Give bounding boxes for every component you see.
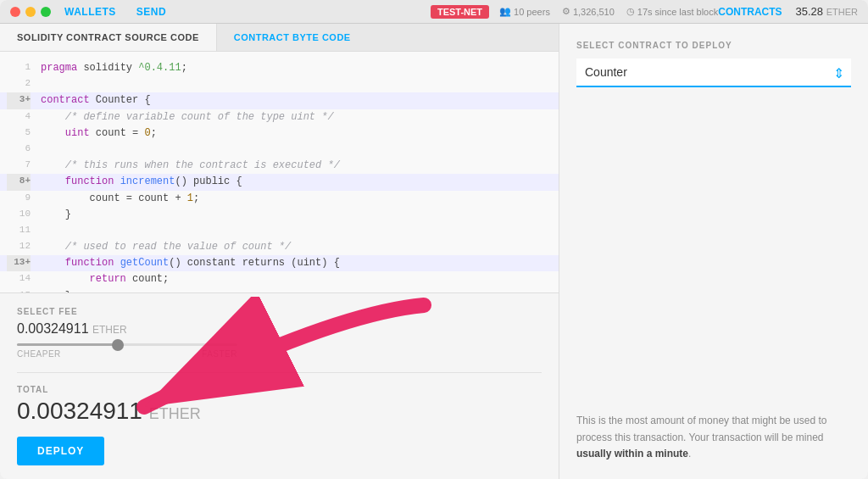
- minimize-button[interactable]: [25, 7, 36, 17]
- nav-send[interactable]: SEND: [136, 6, 166, 18]
- block-icon: ⚙: [562, 6, 570, 17]
- time-status: ◷ 17s since last block: [626, 6, 718, 17]
- maximize-button[interactable]: [41, 7, 51, 17]
- code-line: 13+ function getCount() constant returns…: [0, 255, 559, 271]
- code-line: 12 /* used to read the value of count */: [0, 239, 559, 255]
- code-line: 11: [0, 223, 559, 239]
- nav-items: WALLETS SEND: [64, 6, 420, 18]
- contract-select[interactable]: Counter: [576, 58, 851, 87]
- code-line: 8+ function increment() public {: [0, 174, 559, 190]
- code-line: 9 count = count + 1;: [0, 191, 559, 207]
- bottom-section: SELECT FEE 0.00324911 ETHER CHEAPER FAST…: [0, 293, 559, 479]
- block-status: ⚙ 1,326,510: [562, 6, 615, 17]
- traffic-lights: [10, 7, 51, 17]
- fee-label: SELECT FEE: [17, 307, 542, 316]
- left-panel: SOLIDITY CONTRACT SOURCE CODE CONTRACT B…: [0, 24, 559, 479]
- code-line: 4 /* define variable count of the type u…: [0, 109, 559, 125]
- code-line: 10 }: [0, 207, 559, 223]
- select-contract-label: SELECT CONTRACT TO DEPLOY: [576, 41, 851, 50]
- fee-slider[interactable]: [17, 343, 542, 346]
- peers-status: 👥 10 peers: [499, 6, 550, 17]
- code-line: 6: [0, 142, 559, 158]
- peers-icon: 👥: [499, 6, 511, 17]
- deploy-button[interactable]: DEPLOY: [17, 437, 104, 465]
- code-line: 3+ contract Counter {: [0, 92, 559, 109]
- fee-amount: 0.00324911 ETHER: [17, 321, 542, 337]
- code-line: 2: [0, 76, 559, 92]
- tab-bytecode[interactable]: CONTRACT BYTE CODE: [217, 24, 368, 51]
- total-label: TOTAL: [17, 385, 542, 394]
- clock-icon: ◷: [626, 6, 635, 17]
- total-section: TOTAL 0.00324911 ETHER DEPLOY: [17, 372, 542, 465]
- contracts-nav[interactable]: CONTRACTS: [718, 6, 782, 18]
- cheaper-label: CHEAPER: [17, 349, 61, 359]
- fee-info-text: This is the most amount of money that mi…: [576, 396, 851, 462]
- titlebar: WALLETS SEND TEST-NET 👥 10 peers ⚙ 1,326…: [0, 0, 868, 24]
- code-line: 5 uint count = 0;: [0, 125, 559, 142]
- slider-labels: CHEAPER FASTER: [17, 349, 237, 359]
- balance-display: 35.28 ETHER: [796, 5, 858, 18]
- code-line: 7 /* this runs when the contract is exec…: [0, 158, 559, 174]
- status-bar: 👥 10 peers ⚙ 1,326,510 ◷ 17s since last …: [499, 6, 718, 17]
- code-editor: 1 pragma solidity ^0.4.11; 2 3+ contract…: [0, 52, 559, 293]
- code-line: 14 return count;: [0, 271, 559, 287]
- editor-tabs: SOLIDITY CONTRACT SOURCE CODE CONTRACT B…: [0, 24, 559, 52]
- close-button[interactable]: [10, 7, 20, 17]
- total-amount: 0.00324911 ETHER: [17, 398, 542, 425]
- code-line: 1 pragma solidity ^0.4.11;: [0, 60, 559, 76]
- testnet-badge: TEST-NET: [431, 5, 489, 19]
- faster-label: FASTER: [202, 349, 237, 359]
- right-panel: SELECT CONTRACT TO DEPLOY Counter ⇕ This…: [559, 24, 868, 479]
- tab-source-code[interactable]: SOLIDITY CONTRACT SOURCE CODE: [0, 24, 217, 51]
- main-content: SOLIDITY CONTRACT SOURCE CODE CONTRACT B…: [0, 24, 868, 479]
- nav-wallets[interactable]: WALLETS: [64, 6, 116, 18]
- contract-select-wrapper: Counter ⇕: [576, 58, 851, 87]
